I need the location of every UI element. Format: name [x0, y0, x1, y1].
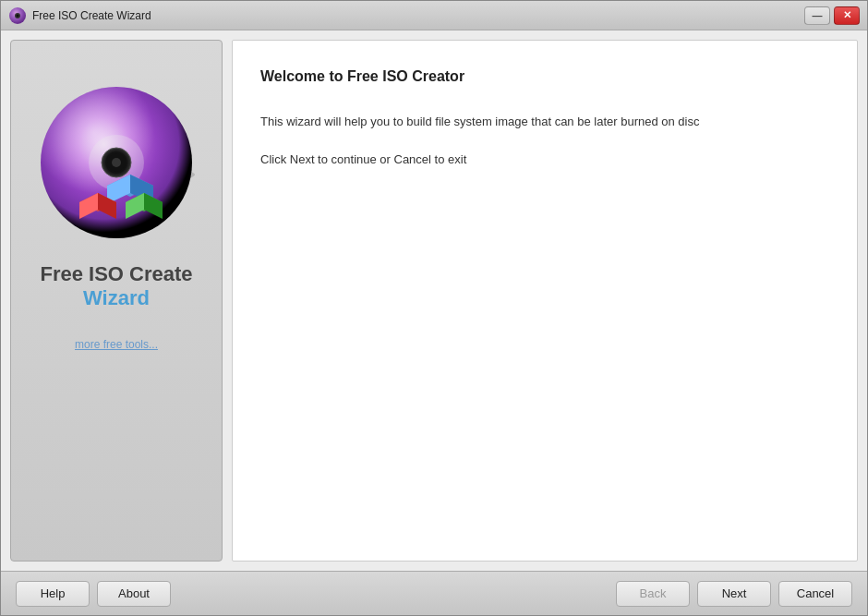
main-window: Free ISO Create Wizard — ✕: [0, 0, 868, 616]
app-name-line1: Free ISO Create: [40, 262, 192, 286]
minimize-button[interactable]: —: [804, 6, 830, 25]
title-bar: Free ISO Create Wizard — ✕: [1, 1, 867, 30]
help-button[interactable]: Help: [16, 581, 90, 607]
svg-point-2: [17, 14, 19, 17]
back-button[interactable]: Back: [616, 581, 690, 607]
app-icon: [8, 6, 27, 25]
close-button[interactable]: ✕: [834, 6, 860, 25]
bottom-left-buttons: Help About: [16, 581, 171, 607]
window-controls: — ✕: [804, 6, 860, 25]
more-tools-link[interactable]: more free tools...: [75, 338, 158, 351]
right-panel: Welcome to Free ISO Creator This wizard …: [232, 40, 858, 562]
bottom-right-buttons: Back Next Cancel: [616, 581, 852, 607]
main-content-area: Free ISO Create Wizard more free tools..…: [1, 30, 867, 571]
about-button[interactable]: About: [97, 581, 171, 607]
svg-point-9: [112, 158, 121, 167]
next-button[interactable]: Next: [697, 581, 771, 607]
disc-illustration: [29, 78, 204, 253]
bottom-bar: Help About Back Next Cancel: [1, 571, 867, 615]
sidebar: Free ISO Create Wizard more free tools..…: [10, 40, 223, 562]
app-name-line2: Wizard: [83, 286, 150, 310]
welcome-description: This wizard will help you to build file …: [260, 113, 829, 132]
welcome-instruction: Click Next to continue or Cancel to exit: [260, 151, 829, 170]
window-title: Free ISO Create Wizard: [32, 9, 804, 22]
disc-svg: [29, 78, 204, 253]
welcome-title: Welcome to Free ISO Creator: [260, 68, 829, 85]
cancel-button[interactable]: Cancel: [778, 581, 852, 607]
